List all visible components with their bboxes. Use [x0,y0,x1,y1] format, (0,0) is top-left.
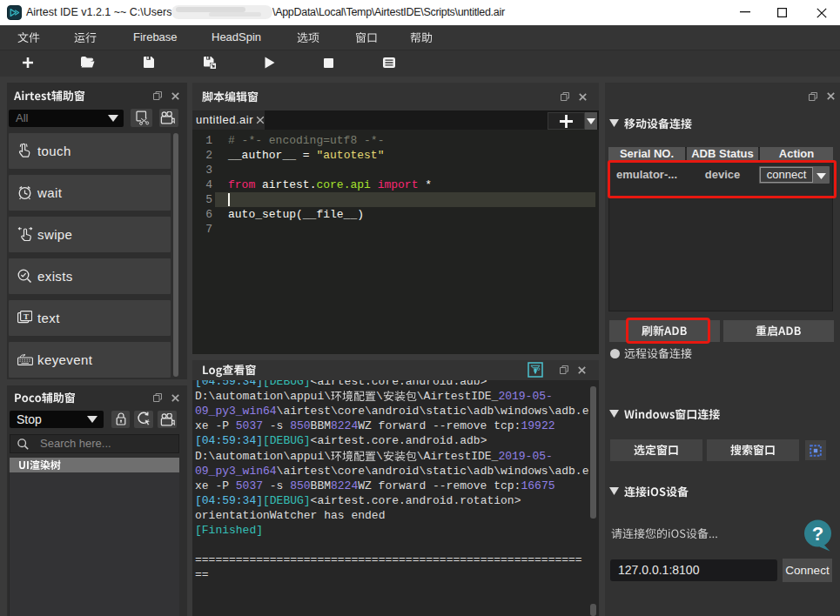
svg-text:T: T [24,312,29,321]
svg-text:?: ? [812,523,823,545]
